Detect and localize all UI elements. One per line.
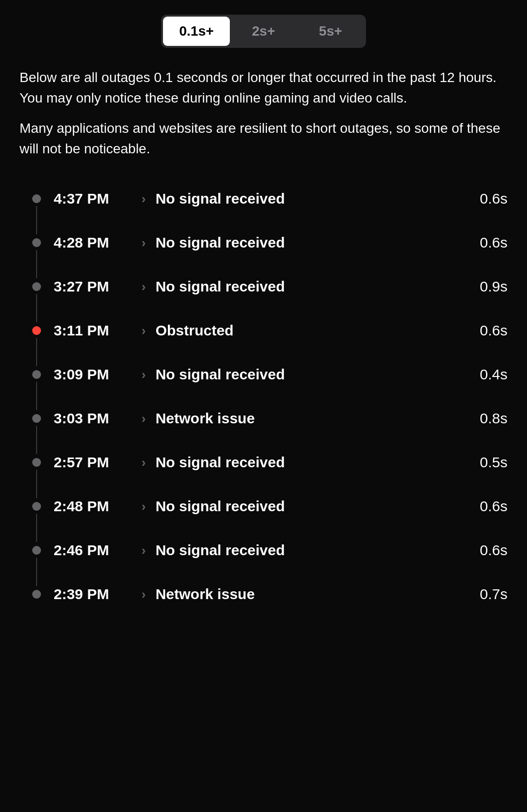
timeline-time: 3:03 PM [54, 410, 132, 427]
timeline-time: 2:39 PM [54, 586, 132, 603]
timeline-dot-wrapper [29, 238, 44, 247]
tab-5s[interactable]: 5s+ [297, 17, 364, 46]
timeline-label: Network issue [156, 410, 468, 427]
timeline-item[interactable]: 2:57 PM›No signal received0.5s [29, 440, 507, 484]
timeline-content: 3:11 PM›Obstructed0.6s [44, 322, 507, 339]
timeline-dot-wrapper [29, 458, 44, 467]
timeline-content: 2:39 PM›Network issue0.7s [44, 586, 507, 603]
timeline-duration: 0.6s [468, 542, 507, 559]
chevron-right-icon: › [142, 367, 146, 382]
chevron-right-icon: › [142, 279, 146, 294]
timeline-dot-wrapper [29, 546, 44, 555]
chevron-right-icon: › [142, 235, 146, 250]
timeline-dot-wrapper [29, 370, 44, 379]
tab-selector: 0.1s+ 2s+ 5s+ [161, 15, 366, 48]
timeline-time: 4:28 PM [54, 234, 132, 251]
timeline-dot [32, 282, 41, 291]
timeline-item[interactable]: 2:39 PM›Network issue0.7s [29, 572, 507, 616]
chevron-right-icon: › [142, 323, 146, 338]
description-paragraph-2: Many applications and websites are resil… [20, 118, 507, 159]
timeline-dot-wrapper [29, 194, 44, 203]
timeline-time: 2:57 PM [54, 454, 132, 471]
timeline-dot [32, 414, 41, 423]
timeline-dot [32, 194, 41, 203]
timeline-label: No signal received [156, 190, 468, 207]
timeline-dot-wrapper [29, 326, 44, 335]
timeline-content: 4:28 PM›No signal received0.6s [44, 234, 507, 251]
timeline-duration: 0.8s [468, 410, 507, 427]
timeline-duration: 0.6s [468, 234, 507, 251]
timeline-dot [32, 370, 41, 379]
timeline-item[interactable]: 3:09 PM›No signal received0.4s [29, 353, 507, 396]
timeline-item[interactable]: 4:28 PM›No signal received0.6s [29, 221, 507, 265]
chevron-right-icon: › [142, 587, 146, 602]
timeline-duration: 0.4s [468, 366, 507, 383]
timeline-label: No signal received [156, 542, 468, 559]
timeline-content: 3:09 PM›No signal received0.4s [44, 366, 507, 383]
timeline-item[interactable]: 3:03 PM›Network issue0.8s [29, 396, 507, 440]
timeline-time: 2:48 PM [54, 498, 132, 515]
timeline-duration: 0.9s [468, 278, 507, 295]
timeline-content: 4:37 PM›No signal received0.6s [44, 190, 507, 207]
timeline-dot [32, 458, 41, 467]
timeline-dot-wrapper [29, 590, 44, 599]
timeline-duration: 0.6s [468, 190, 507, 207]
timeline-label: No signal received [156, 454, 468, 471]
tab-0.1s[interactable]: 0.1s+ [163, 17, 230, 46]
timeline-time: 3:09 PM [54, 366, 132, 383]
timeline-dot [32, 502, 41, 511]
timeline-item[interactable]: 3:27 PM›No signal received0.9s [29, 265, 507, 309]
timeline-label: Network issue [156, 586, 468, 603]
timeline-item[interactable]: 4:37 PM›No signal received0.6s [29, 177, 507, 221]
timeline-dot-wrapper [29, 414, 44, 423]
timeline-content: 2:57 PM›No signal received0.5s [44, 454, 507, 471]
chevron-right-icon: › [142, 411, 146, 426]
timeline-time: 3:27 PM [54, 278, 132, 295]
timeline-item[interactable]: 2:48 PM›No signal received0.6s [29, 484, 507, 528]
description-paragraph-1: Below are all outages 0.1 seconds or lon… [20, 67, 507, 108]
timeline-label: Obstructed [156, 322, 468, 339]
chevron-right-icon: › [142, 455, 146, 470]
timeline-time: 3:11 PM [54, 322, 132, 339]
timeline-dot [32, 590, 41, 599]
chevron-right-icon: › [142, 499, 146, 514]
tab-2s[interactable]: 2s+ [230, 17, 297, 46]
timeline-duration: 0.6s [468, 322, 507, 339]
timeline-label: No signal received [156, 366, 468, 383]
timeline-content: 2:46 PM›No signal received0.6s [44, 542, 507, 559]
timeline-duration: 0.5s [468, 454, 507, 471]
timeline-item[interactable]: 3:11 PM›Obstructed0.6s [29, 309, 507, 353]
timeline-label: No signal received [156, 234, 468, 251]
timeline-label: No signal received [156, 498, 468, 515]
timeline-dot-wrapper [29, 502, 44, 511]
timeline-duration: 0.7s [468, 586, 507, 603]
timeline-label: No signal received [156, 278, 468, 295]
timeline-time: 2:46 PM [54, 542, 132, 559]
timeline-dot [32, 326, 41, 335]
timeline-content: 3:03 PM›Network issue0.8s [44, 410, 507, 427]
timeline-item[interactable]: 2:46 PM›No signal received0.6s [29, 528, 507, 572]
page-container: 0.1s+ 2s+ 5s+ Below are all outages 0.1 … [0, 0, 527, 645]
timeline-dot-wrapper [29, 282, 44, 291]
timeline-content: 2:48 PM›No signal received0.6s [44, 498, 507, 515]
timeline-time: 4:37 PM [54, 190, 132, 207]
chevron-right-icon: › [142, 543, 146, 558]
timeline-content: 3:27 PM›No signal received0.9s [44, 278, 507, 295]
timeline-list: 4:37 PM›No signal received0.6s4:28 PM›No… [20, 177, 507, 616]
timeline-duration: 0.6s [468, 498, 507, 515]
timeline-dot [32, 238, 41, 247]
description-section: Below are all outages 0.1 seconds or lon… [20, 67, 507, 159]
timeline-dot [32, 546, 41, 555]
chevron-right-icon: › [142, 191, 146, 207]
